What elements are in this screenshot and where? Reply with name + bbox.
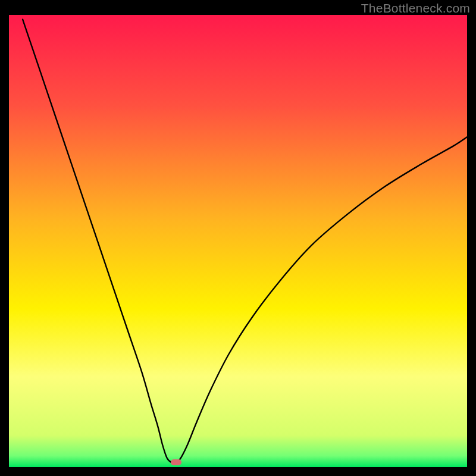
chart-frame xyxy=(9,15,467,467)
optimal-point-marker xyxy=(171,459,181,465)
chart-background xyxy=(9,15,467,467)
watermark-text: TheBottleneck.com xyxy=(361,1,470,15)
bottleneck-chart xyxy=(9,15,467,467)
